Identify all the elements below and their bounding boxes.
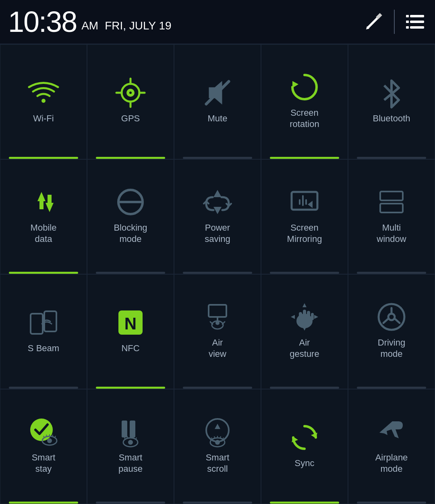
air-view-label: Airview <box>209 337 226 359</box>
smart-scroll-label: Smartscroll <box>206 452 230 474</box>
screen-mirroring-label: ScreenMirroring <box>287 222 322 244</box>
sync-icon <box>288 421 321 454</box>
bluetooth-bar <box>357 157 426 159</box>
svg-line-42 <box>222 322 225 324</box>
sync-bar <box>270 502 339 504</box>
list-icon <box>404 12 426 32</box>
svg-marker-19 <box>292 81 298 88</box>
svg-rect-37 <box>209 305 226 317</box>
driving-mode-icon <box>375 301 408 333</box>
status-bar: 10:38 AM FRI, JULY 19 <box>0 0 435 44</box>
tile-mobile-data[interactable]: Mobiledata <box>0 159 87 274</box>
tile-screen-rotation[interactable]: Screenrotation <box>261 44 348 159</box>
sync-label: Sync <box>295 458 315 469</box>
gps-label: GPS <box>121 113 140 124</box>
tile-smart-scroll[interactable]: Smartscroll <box>174 389 261 504</box>
tile-gps[interactable]: GPS <box>87 44 174 159</box>
mobile-data-bar <box>9 272 78 274</box>
svg-point-56 <box>388 314 395 320</box>
svg-line-70 <box>127 436 128 438</box>
screen-mirroring-icon <box>288 186 321 218</box>
tile-mute[interactable]: Mute <box>174 44 261 159</box>
airplane-mode-icon <box>375 416 408 448</box>
tile-bluetooth[interactable]: Bluetooth <box>348 44 435 159</box>
smart-stay-bar <box>9 502 78 504</box>
svg-point-68 <box>128 440 133 445</box>
tile-air-view[interactable]: Airview <box>174 274 261 389</box>
svg-rect-46 <box>307 311 310 320</box>
s-beam-label: S Beam <box>28 343 59 354</box>
screen-mirroring-bar <box>270 272 339 274</box>
air-gesture-bar <box>270 387 339 389</box>
svg-rect-33 <box>31 314 43 334</box>
svg-rect-44 <box>299 312 302 320</box>
svg-marker-50 <box>291 315 295 319</box>
svg-marker-75 <box>215 424 220 429</box>
svg-point-59 <box>47 438 52 443</box>
bluetooth-label: Bluetooth <box>373 113 410 124</box>
svg-rect-66 <box>130 421 135 437</box>
airplane-mode-label: Airplanemode <box>375 452 408 474</box>
smart-stay-icon <box>27 416 60 448</box>
svg-rect-8 <box>406 26 409 29</box>
quick-settings-grid: Wi-Fi GPS <box>0 44 435 504</box>
svg-line-72 <box>133 436 134 438</box>
driving-mode-bar <box>357 387 426 389</box>
smart-pause-bar <box>96 502 165 504</box>
blocking-mode-bar <box>96 272 165 274</box>
edit-button[interactable] <box>362 10 386 34</box>
svg-line-61 <box>46 435 47 437</box>
screen-rotation-icon <box>288 71 321 103</box>
pencil-icon <box>364 12 384 32</box>
tile-wifi[interactable]: Wi-Fi <box>0 44 87 159</box>
smart-scroll-icon <box>201 416 234 448</box>
svg-marker-20 <box>37 192 46 201</box>
time-display: 10:38 <box>8 5 77 38</box>
tile-nfc[interactable]: N NFC <box>87 274 174 389</box>
air-gesture-icon <box>288 301 321 333</box>
menu-button[interactable] <box>403 10 427 34</box>
tile-screen-mirroring[interactable]: ScreenMirroring <box>261 159 348 274</box>
svg-rect-23 <box>48 195 52 203</box>
nfc-label: NFC <box>121 343 139 354</box>
tile-smart-pause[interactable]: Smartpause <box>87 389 174 504</box>
smart-scroll-bar <box>183 502 252 504</box>
nfc-icon: N <box>114 306 147 339</box>
air-gesture-label: Airgesture <box>290 337 319 359</box>
svg-rect-3 <box>410 15 424 17</box>
svg-rect-32 <box>380 204 403 212</box>
svg-marker-22 <box>46 203 54 212</box>
svg-marker-48 <box>302 303 307 307</box>
date-display: FRI, JULY 19 <box>105 19 171 32</box>
screen-rotation-label: Screenrotation <box>290 107 319 129</box>
air-view-bar <box>183 387 252 389</box>
power-saving-label: Powersaving <box>205 222 230 244</box>
gps-icon <box>114 77 147 109</box>
svg-rect-47 <box>311 313 314 320</box>
svg-rect-6 <box>406 15 409 17</box>
tile-air-gesture[interactable]: Airgesture <box>261 274 348 389</box>
tile-s-beam[interactable]: S Beam <box>0 274 87 389</box>
svg-marker-51 <box>314 315 318 319</box>
driving-mode-label: Drivingmode <box>378 337 405 359</box>
tile-smart-stay[interactable]: Smartstay <box>0 389 87 504</box>
airplane-mode-bar <box>357 502 426 504</box>
smart-pause-icon <box>114 416 147 448</box>
wifi-icon <box>27 77 60 109</box>
tile-sync[interactable]: Sync <box>261 389 348 504</box>
svg-point-16 <box>129 92 132 94</box>
tile-driving-mode[interactable]: Drivingmode <box>348 274 435 389</box>
multi-window-bar <box>357 272 426 274</box>
tile-power-saving[interactable]: Powersaving <box>174 159 261 274</box>
screen-rotation-bar <box>270 157 339 159</box>
tile-blocking-mode[interactable]: Blockingmode <box>87 159 174 274</box>
svg-line-79 <box>214 436 215 438</box>
smart-stay-label: Smartstay <box>32 452 56 474</box>
tile-airplane-mode[interactable]: Airplanemode <box>348 389 435 504</box>
s-beam-icon <box>27 306 60 339</box>
svg-rect-31 <box>380 192 403 200</box>
tile-multi-window[interactable]: Multiwindow <box>348 159 435 274</box>
svg-rect-5 <box>410 26 424 29</box>
ampm-display: AM <box>81 19 98 32</box>
mute-icon <box>201 77 234 109</box>
